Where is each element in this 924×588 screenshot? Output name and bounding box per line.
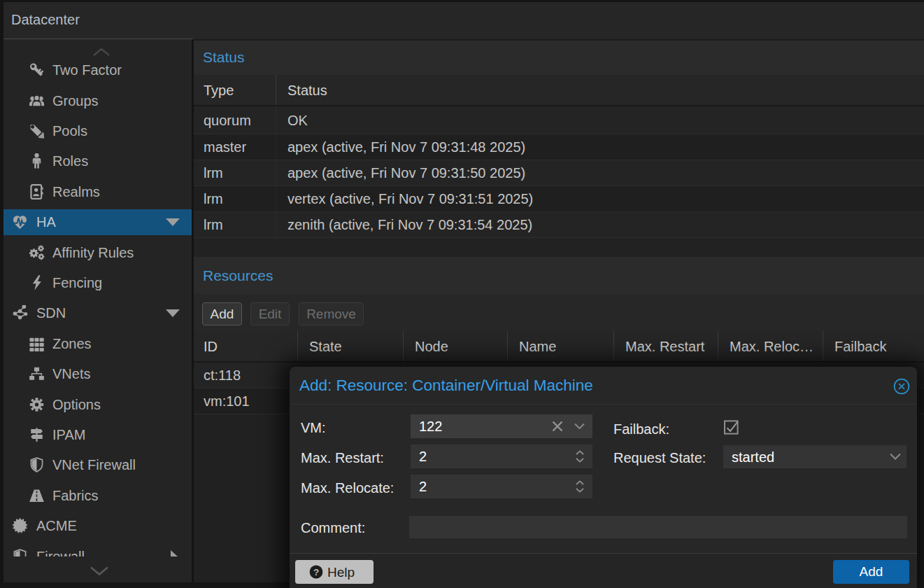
svg-text:?: ? (313, 567, 319, 578)
